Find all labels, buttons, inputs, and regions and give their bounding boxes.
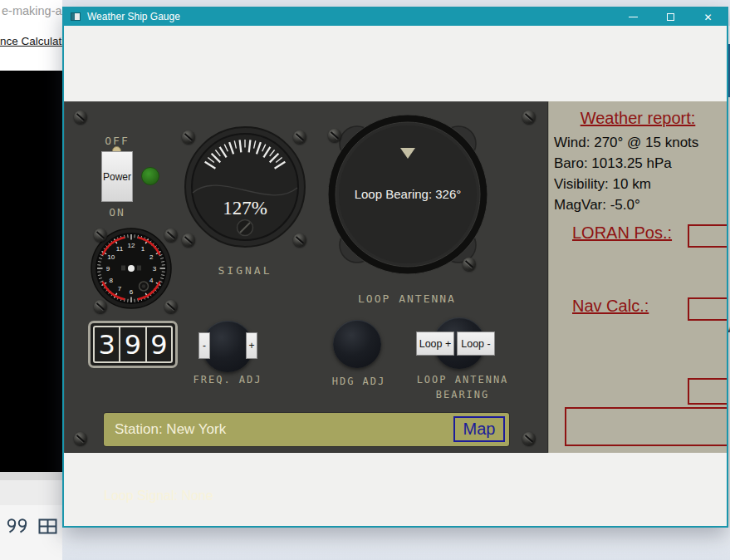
screw-icon — [164, 300, 178, 313]
svg-text:3: 3 — [153, 265, 157, 273]
screw-icon — [94, 300, 107, 313]
screw-icon — [94, 228, 107, 242]
result-box[interactable] — [565, 407, 727, 446]
screw-icon — [293, 130, 306, 144]
svg-text:2: 2 — [149, 253, 154, 261]
hdg-adj-label: HDG ADJ — [309, 376, 409, 387]
screw-icon — [522, 432, 536, 445]
nav-calc-input[interactable] — [688, 297, 727, 321]
svg-text:4: 4 — [149, 277, 154, 284]
screw-icon — [74, 111, 87, 124]
wind-value: Wind: 270° @ 15 knots — [554, 135, 698, 151]
screw-icon — [522, 111, 536, 124]
freq-minus-button[interactable]: - — [198, 332, 210, 359]
loop-ctrl-label-line2: BEARING — [396, 389, 529, 400]
desktop-strip — [0, 528, 730, 560]
power-on-label: ON — [84, 206, 150, 219]
loran-pos-label: LORAN Pos.: — [572, 224, 672, 243]
nav-calc-label: Nav Calc.: — [572, 297, 649, 316]
svg-text:12: 12 — [128, 242, 135, 249]
loop-antenna-label: LOOP ANTENNA — [324, 292, 490, 305]
freq-adj-label: FREQ. ADJ — [178, 374, 277, 386]
table-grid-icon[interactable] — [38, 518, 57, 534]
freq-digit: 3 — [95, 327, 120, 361]
loop-ctrl-label-line1: LOOP ANTENNA — [396, 374, 529, 386]
screw-icon — [328, 129, 341, 142]
svg-text:10: 10 — [107, 253, 115, 261]
background-band — [0, 472, 62, 480]
minimize-button[interactable] — [615, 8, 652, 26]
window-title: Weather Ship Gauge — [87, 8, 180, 26]
screw-icon — [74, 432, 87, 445]
weather-ship-gauge-window: Weather Ship Gauge ✕ OFF Power ON — [62, 7, 728, 528]
map-button[interactable]: Map — [453, 416, 505, 442]
titlebar[interactable]: Weather Ship Gauge ✕ — [64, 8, 727, 26]
screw-icon — [182, 130, 195, 144]
close-icon: ✕ — [703, 12, 712, 23]
app-window-icon — [71, 12, 81, 21]
screw-icon — [182, 233, 195, 247]
hdg-adj-knob[interactable] — [333, 320, 381, 368]
power-off-label: OFF — [84, 135, 150, 147]
aux-input[interactable] — [688, 378, 727, 405]
svg-text:11: 11 — [116, 245, 124, 253]
close-button[interactable]: ✕ — [689, 8, 727, 26]
power-switch[interactable]: Power — [101, 151, 133, 202]
loop-signal-status: Loop Signal: None — [104, 489, 213, 504]
loop-antenna-dial: Loop Bearing: 326° — [321, 108, 495, 282]
background-black-area — [0, 71, 62, 472]
magvar-value: MagVar: -5.0° — [554, 197, 640, 214]
freq-digit: 9 — [120, 327, 146, 361]
freq-plus-button[interactable]: + — [246, 332, 257, 359]
loop-bearing-value: Loop Bearing: 326° — [355, 187, 462, 201]
maximize-button[interactable] — [652, 8, 689, 26]
station-bar: Station: New York Map — [104, 413, 509, 446]
weather-report-title: Weather report: — [549, 109, 727, 128]
instrument-panel: OFF Power ON 127% SIGNAL — [64, 101, 548, 453]
power-led-indicator — [141, 167, 159, 185]
loop-plus-button[interactable]: Loop + — [416, 332, 454, 356]
weather-report-panel: Weather report: Wind: 270° @ 15 knots Ba… — [548, 101, 727, 453]
freq-digit: 9 — [147, 327, 171, 361]
screw-icon — [463, 258, 476, 271]
loran-input[interactable] — [688, 224, 727, 248]
svg-text:6: 6 — [130, 288, 134, 296]
background-window-left: e-making-an nce Calculati.. — [0, 0, 62, 560]
station-name: Station: New York — [115, 413, 226, 446]
loop-minus-button[interactable]: Loop - — [457, 332, 495, 356]
maximize-icon — [667, 13, 674, 21]
svg-text:8: 8 — [110, 277, 114, 284]
minimize-icon — [629, 17, 638, 17]
quote-icon[interactable] — [7, 517, 30, 535]
baro-value: Baro: 1013.25 hPa — [554, 155, 672, 172]
visibility-value: Visibility: 10 km — [554, 176, 651, 193]
svg-text:9: 9 — [106, 265, 110, 273]
svg-text:7: 7 — [118, 285, 122, 292]
screw-icon — [164, 228, 178, 242]
signal-label: SIGNAL — [183, 264, 307, 277]
screen: e-making-an nce Calculati.. — [0, 0, 730, 560]
frequency-display: 3 9 9 — [88, 321, 178, 368]
screw-icon — [293, 233, 306, 247]
signal-meter-gauge: 127% — [183, 126, 307, 251]
power-switch-label: Power — [103, 171, 131, 183]
signal-value: 127% — [223, 198, 267, 219]
svg-text:1: 1 — [141, 245, 145, 253]
background-band — [0, 480, 62, 505]
